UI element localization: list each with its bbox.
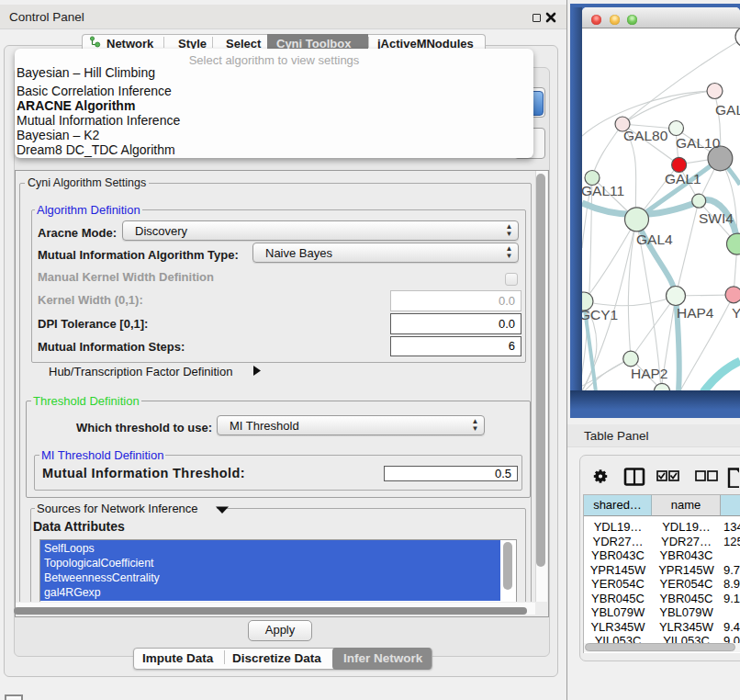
svg-text:GAL10: GAL10 bbox=[676, 135, 721, 151]
svg-text:GAL7: GAL7 bbox=[715, 102, 740, 118]
svg-text:GAL1: GAL1 bbox=[665, 171, 701, 186]
svg-text:GAL4: GAL4 bbox=[636, 231, 673, 247]
svg-text:HAP2: HAP2 bbox=[631, 366, 668, 381]
svg-text:GCY1: GCY1 bbox=[582, 307, 618, 322]
svg-text:HAP4: HAP4 bbox=[677, 305, 714, 321]
svg-text:GAL80: GAL80 bbox=[623, 128, 668, 143]
svg-text:YM: YM bbox=[732, 305, 740, 321]
svg-text:GAL11: GAL11 bbox=[582, 183, 624, 198]
svg-text:SWI4: SWI4 bbox=[699, 210, 734, 226]
